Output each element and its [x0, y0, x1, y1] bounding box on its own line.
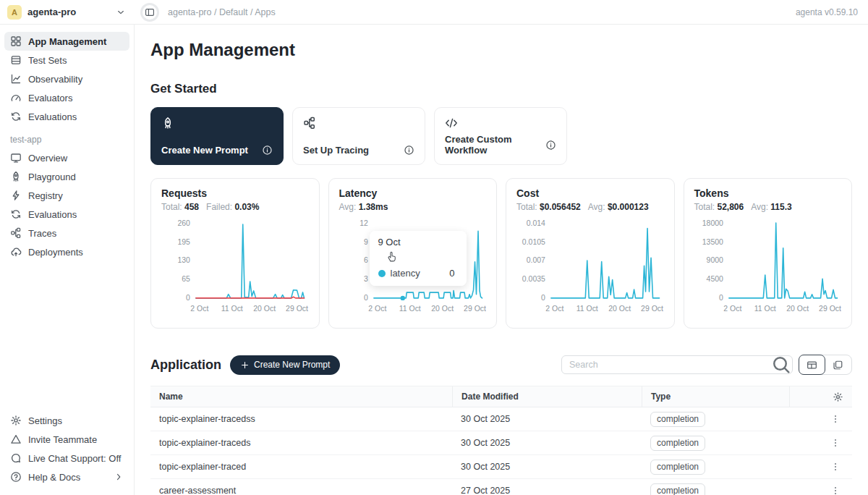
workspace-selector[interactable]: A agenta-pro: [0, 5, 135, 20]
cell-date-modified: 27 Oct 2025: [452, 486, 642, 495]
chart-line-icon: [10, 73, 22, 85]
page-title: App Management: [150, 40, 852, 60]
column-header-type[interactable]: Type: [642, 386, 789, 407]
sidebar-item-playground[interactable]: Playground: [4, 167, 129, 186]
table-view-button[interactable]: [799, 355, 825, 375]
svg-text:11 Oct: 11 Oct: [221, 305, 243, 313]
sidebar-item-evaluators[interactable]: Evaluators: [4, 88, 129, 107]
chart-stat: Total: 52,806: [694, 202, 744, 212]
cell-actions: [789, 411, 852, 427]
chart-tooltip: 9 Octlatency0: [370, 231, 467, 286]
sidebar-item-evaluations[interactable]: Evaluations: [4, 107, 129, 126]
get-started-title: Get Started: [150, 82, 852, 96]
sidebar-item-deployments[interactable]: Deployments: [4, 242, 129, 261]
cell-actions: [789, 459, 852, 475]
table-row[interactable]: topic-explainer-traceds30 Oct 2025comple…: [150, 431, 852, 455]
cost-chart[interactable]: 00.00350.0070.01050.0142 Oct11 Oct20 Oct…: [516, 216, 664, 317]
sidebar-item-label: Deployments: [28, 247, 83, 258]
column-header-date-modified[interactable]: Date Modified: [452, 386, 642, 407]
svg-text:0: 0: [186, 294, 190, 302]
search-input[interactable]: [562, 360, 770, 370]
column-header-name[interactable]: Name: [150, 386, 452, 407]
svg-text:195: 195: [177, 238, 190, 246]
svg-text:130: 130: [177, 257, 190, 265]
cell-type: completion: [642, 412, 789, 427]
table-header-row: Name Date Modified Type: [150, 386, 852, 407]
card-label-row: Create Custom Workflow: [445, 134, 556, 156]
create-new-prompt-card[interactable]: Create New Prompt: [150, 107, 284, 165]
info-icon[interactable]: [545, 140, 556, 151]
svg-text:29 Oct: 29 Oct: [819, 305, 841, 313]
card-label: Set Up Tracing: [303, 145, 369, 156]
create-custom-workflow-card[interactable]: Create Custom Workflow: [434, 107, 567, 165]
panel-icon: [145, 7, 155, 17]
row-actions-button[interactable]: [827, 435, 843, 451]
row-actions-button[interactable]: [827, 459, 843, 475]
svg-text:2 Oct: 2 Oct: [545, 305, 563, 313]
requests-chart[interactable]: 0651301952602 Oct11 Oct20 Oct29 Oct: [161, 216, 309, 317]
svg-text:0.014: 0.014: [527, 219, 545, 227]
chart-stat: Avg: 115.3: [751, 202, 792, 212]
type-badge: completion: [650, 483, 705, 495]
applications-table: Name Date Modified Type topic-explainer-…: [150, 386, 852, 495]
svg-text:18000: 18000: [702, 219, 723, 227]
search-icon[interactable]: [770, 356, 792, 373]
sidebar-item-observability[interactable]: Observability: [4, 69, 129, 88]
chart-stat: Total: 458: [161, 202, 199, 212]
breadcrumb[interactable]: agenta-pro / Default / Apps: [168, 7, 276, 17]
collapse-sidebar-button[interactable]: [140, 3, 159, 22]
svg-text:3: 3: [364, 275, 368, 283]
series-name: latency: [391, 268, 420, 279]
sidebar-item-settings[interactable]: Settings: [4, 411, 129, 430]
svg-text:2 Oct: 2 Oct: [368, 305, 386, 313]
cell-actions: [789, 435, 852, 451]
sidebar-item-overview[interactable]: Overview: [4, 148, 129, 167]
row-actions-button[interactable]: [827, 483, 843, 495]
svg-text:11 Oct: 11 Oct: [399, 305, 420, 313]
chart-title: Requests: [161, 187, 309, 199]
info-icon[interactable]: [404, 145, 414, 156]
card-label: Create Custom Workflow: [445, 134, 545, 156]
svg-text:11 Oct: 11 Oct: [576, 305, 598, 313]
row-actions-button[interactable]: [827, 411, 843, 427]
sidebar-item-evaluations[interactable]: Evaluations: [4, 205, 129, 224]
table-row[interactable]: topic-explainer-tracedss30 Oct 2025compl…: [150, 407, 852, 431]
svg-text:0: 0: [541, 294, 545, 302]
svg-text:2 Oct: 2 Oct: [723, 305, 741, 313]
svg-text:0: 0: [719, 294, 723, 302]
cell-date-modified: 30 Oct 2025: [452, 414, 642, 424]
sidebar-item-invite-teammate[interactable]: Invite Teammate: [4, 430, 129, 449]
info-icon[interactable]: [262, 145, 273, 156]
sidebar-item-label: Invite Teammate: [28, 434, 97, 445]
ellipsis-v-icon: [830, 462, 841, 472]
chart-stat: Avg: $0.000123: [588, 202, 649, 212]
type-badge: completion: [650, 460, 705, 475]
sidebar-item-test-sets[interactable]: Test Sets: [4, 51, 129, 69]
create-new-prompt-button[interactable]: Create New Prompt: [230, 355, 340, 375]
sidebar-item-app-management[interactable]: App Management: [4, 32, 129, 51]
table-settings-gear-icon[interactable]: [833, 392, 843, 402]
cost-chart-card: CostTotal: $0.056452Avg: $0.00012300.003…: [506, 178, 675, 329]
gear-icon: [10, 415, 22, 426]
sidebar-item-traces[interactable]: Traces: [4, 224, 129, 242]
tokens-chart[interactable]: 04500900013500180002 Oct11 Oct20 Oct29 O…: [694, 216, 842, 317]
table-row[interactable]: topic-explainer-traced30 Oct 2025complet…: [150, 455, 852, 479]
svg-text:12: 12: [359, 219, 368, 227]
svg-text:20 Oct: 20 Oct: [253, 305, 276, 313]
table-row[interactable]: career-assessment27 Oct 2025completion: [150, 479, 852, 495]
sidebar-item-registry[interactable]: Registry: [4, 186, 129, 205]
cell-date-modified: 30 Oct 2025: [452, 438, 642, 448]
card-view-button[interactable]: [825, 355, 851, 374]
set-up-tracing-card[interactable]: Set Up Tracing: [292, 107, 425, 165]
sidebar-item-help-docs[interactable]: Help & Docs: [4, 468, 129, 486]
card-label: Create New Prompt: [161, 145, 248, 156]
cloud-up-icon: [10, 246, 22, 258]
arrows-clockwise-icon: [10, 208, 22, 220]
sidebar-item-live-chat-support-off[interactable]: Live Chat Support: Off: [4, 449, 129, 468]
svg-text:20 Oct: 20 Oct: [431, 305, 454, 313]
sidebar-item-label: Evaluations: [28, 209, 77, 220]
chart-tooltip-row: latency0: [378, 268, 458, 279]
chat-icon: [10, 452, 22, 464]
chevron-down-icon: [116, 7, 126, 17]
cell-name: career-assessment: [150, 486, 452, 495]
